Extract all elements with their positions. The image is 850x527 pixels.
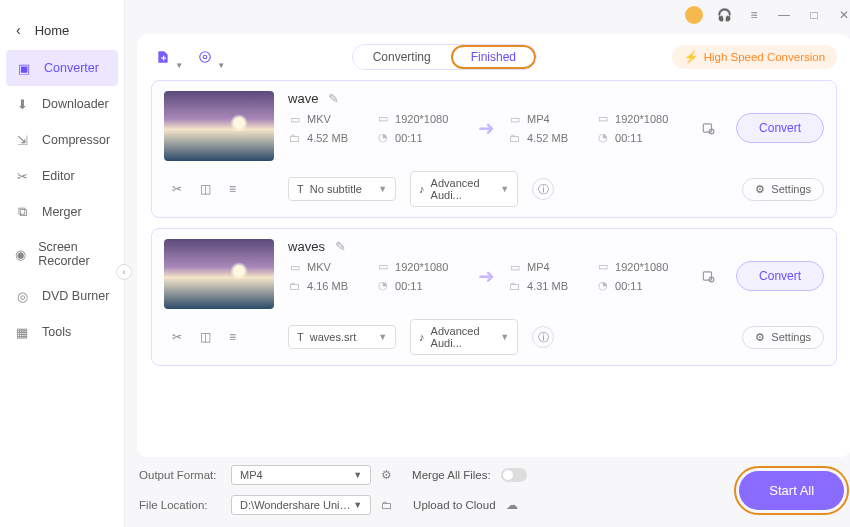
nav-editor[interactable]: ✂ Editor: [0, 158, 124, 194]
more-icon[interactable]: ≡: [229, 330, 236, 344]
more-icon[interactable]: ≡: [229, 182, 236, 196]
chevron-down-icon: ▼: [500, 332, 509, 342]
output-settings-icon[interactable]: [696, 121, 720, 135]
audio-select[interactable]: ♪ Advanced Audi... ▼: [410, 171, 518, 207]
clock-icon: ◔: [376, 131, 389, 144]
nav-converter[interactable]: ▣ Converter: [6, 50, 118, 86]
merge-label: Merge All Files:: [412, 469, 491, 481]
nav-label: Screen Recorder: [38, 240, 110, 268]
rename-icon[interactable]: ✎: [328, 91, 339, 106]
size-icon: 🗀: [508, 132, 521, 144]
audio-value: Advanced Audi...: [431, 325, 495, 349]
nav-dvd-burner[interactable]: ◎ DVD Burner: [0, 278, 124, 314]
file-card: waves ✎ ▭MKV 🗀4.16 MB ▭1920*1080 ◔00:11: [151, 228, 837, 366]
file-location-value: D:\Wondershare UniConverter 1: [240, 499, 353, 511]
nav-downloader[interactable]: ⬇ Downloader: [0, 86, 124, 122]
nav-label: Tools: [42, 325, 71, 339]
convert-button[interactable]: Convert: [736, 113, 824, 143]
trim-icon[interactable]: ✂: [172, 182, 182, 196]
high-speed-badge[interactable]: ⚡ High Speed Conversion: [672, 45, 837, 69]
dst-resolution: 1920*1080: [615, 113, 668, 125]
file-card: wave ✎ ▭MKV 🗀4.52 MB ▭1920*1080 ◔00:11: [151, 80, 837, 218]
back-icon[interactable]: ‹: [16, 22, 21, 38]
output-format-label: Output Format:: [139, 469, 221, 481]
minimize-icon[interactable]: —: [775, 6, 793, 24]
tab-finished[interactable]: Finished: [451, 45, 536, 69]
support-icon[interactable]: 🎧: [715, 6, 733, 24]
audio-value: Advanced Audi...: [431, 177, 495, 201]
settings-button[interactable]: ⚙ Settings: [742, 326, 824, 349]
info-button[interactable]: ⓘ: [532, 178, 554, 200]
src-size: 4.52 MB: [307, 132, 348, 144]
clock-icon: ◔: [376, 279, 389, 292]
settings-label: Settings: [771, 331, 811, 343]
format-settings-icon[interactable]: ⚙: [381, 468, 392, 482]
video-thumbnail[interactable]: [164, 91, 274, 161]
audio-icon: ♪: [419, 183, 425, 195]
add-disc-button[interactable]: ▼: [193, 45, 217, 69]
src-size: 4.16 MB: [307, 280, 348, 292]
tab-converting[interactable]: Converting: [353, 45, 451, 69]
nav-screen-recorder[interactable]: ◉ Screen Recorder: [0, 230, 124, 278]
video-thumbnail[interactable]: [164, 239, 274, 309]
src-resolution: 1920*1080: [395, 113, 448, 125]
dst-format: MP4: [527, 113, 550, 125]
add-file-button[interactable]: ▼: [151, 45, 175, 69]
info-button[interactable]: ⓘ: [532, 326, 554, 348]
titlebar: 🎧 ≡ — □ ✕: [125, 0, 850, 30]
file-location-label: File Location:: [139, 499, 221, 511]
output-format-value: MP4: [240, 469, 263, 481]
svg-rect-2: [703, 124, 711, 132]
maximize-icon[interactable]: □: [805, 6, 823, 24]
status-tabs: Converting Finished: [352, 44, 537, 70]
menu-icon[interactable]: ≡: [745, 6, 763, 24]
nav-tools[interactable]: ▦ Tools: [0, 314, 124, 350]
nav-merger[interactable]: ⧉ Merger: [0, 194, 124, 230]
start-all-button[interactable]: Start All: [739, 471, 844, 510]
crop-icon[interactable]: ◫: [200, 330, 211, 344]
rename-icon[interactable]: ✎: [335, 239, 346, 254]
chevron-down-icon: ▼: [175, 61, 183, 70]
gear-icon: ⚙: [755, 183, 765, 196]
dst-size: 4.52 MB: [527, 132, 568, 144]
chevron-down-icon: ▼: [353, 470, 362, 480]
merge-toggle[interactable]: [501, 468, 527, 482]
cloud-icon[interactable]: ☁: [506, 498, 518, 512]
subtitle-select[interactable]: T waves.srt ▼: [288, 325, 396, 349]
avatar[interactable]: [685, 6, 703, 24]
toolbar: ▼ ▼ Converting Finished ⚡ High Speed Con…: [151, 44, 837, 70]
close-icon[interactable]: ✕: [835, 6, 850, 24]
chevron-down-icon: ▼: [353, 500, 362, 510]
chevron-down-icon: ▼: [500, 184, 509, 194]
settings-button[interactable]: ⚙ Settings: [742, 178, 824, 201]
resolution-icon: ▭: [376, 260, 389, 273]
src-format: MKV: [307, 261, 331, 273]
sidebar: ‹ Home ▣ Converter ⬇ Downloader ⇲ Compre…: [0, 0, 125, 527]
subtitle-select[interactable]: T No subtitle ▼: [288, 177, 396, 201]
dst-duration: 00:11: [615, 132, 643, 144]
trim-icon[interactable]: ✂: [172, 330, 182, 344]
home-label[interactable]: Home: [35, 23, 70, 38]
nav-label: Editor: [42, 169, 75, 183]
output-settings-icon[interactable]: [696, 269, 720, 283]
nav-label: Converter: [44, 61, 99, 75]
audio-select[interactable]: ♪ Advanced Audi... ▼: [410, 319, 518, 355]
gear-icon: ⚙: [755, 331, 765, 344]
audio-icon: ♪: [419, 331, 425, 343]
output-format-select[interactable]: MP4 ▼: [231, 465, 371, 485]
convert-button[interactable]: Convert: [736, 261, 824, 291]
file-location-select[interactable]: D:\Wondershare UniConverter 1 ▼: [231, 495, 371, 515]
dst-format: MP4: [527, 261, 550, 273]
chevron-down-icon: ▼: [217, 61, 225, 70]
clock-icon: ◔: [596, 131, 609, 144]
file-list: wave ✎ ▭MKV 🗀4.52 MB ▭1920*1080 ◔00:11: [151, 80, 837, 451]
download-icon: ⬇: [14, 96, 30, 112]
nav-compressor[interactable]: ⇲ Compressor: [0, 122, 124, 158]
dst-size: 4.31 MB: [527, 280, 568, 292]
sidebar-collapse-handle[interactable]: ‹: [116, 264, 132, 280]
main-area: ‹ 🎧 ≡ — □ ✕ ▼ ▼ Converting Finished: [125, 0, 850, 527]
src-format: MKV: [307, 113, 331, 125]
open-folder-icon[interactable]: 🗀: [381, 499, 393, 511]
crop-icon[interactable]: ◫: [200, 182, 211, 196]
subtitle-value: waves.srt: [310, 331, 356, 343]
